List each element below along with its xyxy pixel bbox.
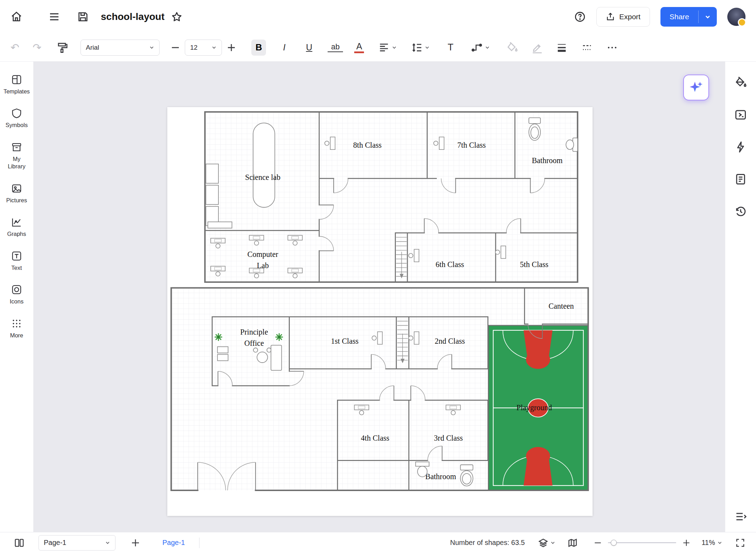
zoom-level-dropdown[interactable]: 11% xyxy=(701,539,722,547)
font-color-button[interactable]: A xyxy=(354,42,364,53)
strikethrough-button[interactable]: ab xyxy=(328,43,343,52)
align-left-icon xyxy=(378,42,390,54)
document-title[interactable]: school-layout xyxy=(101,11,164,22)
layers-button[interactable] xyxy=(538,538,555,548)
chevron-down-icon xyxy=(705,14,711,20)
sidebar-item-text[interactable]: Text xyxy=(0,251,34,272)
room-label-6th-class[interactable]: 6th Class xyxy=(436,260,464,269)
footer-bar: Page-1 Page-1 Number of shapes: 63.5 11% xyxy=(0,532,756,553)
line-spacing-icon xyxy=(411,42,423,54)
animation-icon[interactable] xyxy=(734,141,747,153)
line-dash-style-icon[interactable] xyxy=(581,42,593,54)
document-page[interactable]: Science lab 8th Class 7th Class Bathroom… xyxy=(167,107,593,516)
help-icon[interactable] xyxy=(574,11,586,23)
layers-icon xyxy=(538,538,548,548)
room-label-7th-class[interactable]: 7th Class xyxy=(457,141,486,149)
sidebar-item-graphs[interactable]: Graphs xyxy=(0,217,34,238)
room-label-3rd-class[interactable]: 3rd Class xyxy=(434,434,463,442)
line-weight-icon[interactable] xyxy=(556,42,568,54)
save-icon[interactable] xyxy=(77,11,89,23)
history-icon[interactable] xyxy=(734,205,747,218)
redo-icon[interactable]: ↷ xyxy=(33,42,41,53)
room-label-bathroom-top[interactable]: Bathroom xyxy=(532,156,562,165)
bold-button[interactable]: B xyxy=(251,40,266,56)
sidebar-item-label: Pictures xyxy=(6,197,27,204)
zoom-level-value: 11% xyxy=(701,539,715,547)
sidebar-item-symbols[interactable]: Symbols xyxy=(0,108,34,129)
fullscreen-button[interactable] xyxy=(735,538,746,548)
room-label-4th-class[interactable]: 4th Class xyxy=(361,434,389,442)
page-select-dropdown[interactable]: Page-1 xyxy=(38,535,115,551)
font-family-select[interactable]: Arial xyxy=(80,40,160,56)
font-size-select[interactable]: 12 xyxy=(185,40,222,56)
format-toolbar: ↶ ↷ Arial 12 B I U ab A T xyxy=(0,34,756,62)
export-label: Export xyxy=(619,13,640,21)
room-label-computer-lab-1[interactable]: Computer xyxy=(247,250,279,259)
room-label-8th-class[interactable]: 8th Class xyxy=(353,141,382,149)
text-tool-button[interactable]: T xyxy=(445,43,456,52)
drawing-canvas[interactable]: Science lab 8th Class 7th Class Bathroom… xyxy=(34,62,725,532)
font-size-value: 12 xyxy=(190,44,197,51)
add-page-button[interactable] xyxy=(130,538,141,548)
icons-icon xyxy=(11,284,22,295)
sidebar-item-templates[interactable]: Templates xyxy=(0,74,34,95)
room-label-computer-lab-2[interactable]: Lab xyxy=(257,261,269,270)
sidebar-item-pictures[interactable]: Pictures xyxy=(0,183,34,204)
chevron-down-icon xyxy=(149,45,154,50)
format-painter-icon[interactable] xyxy=(56,42,68,54)
more-icon xyxy=(11,318,22,329)
format-panel-icon[interactable] xyxy=(734,108,747,121)
menu-icon[interactable] xyxy=(48,11,60,23)
font-color-letter: A xyxy=(356,42,362,51)
templates-icon xyxy=(11,74,22,85)
home-icon[interactable] xyxy=(10,11,22,23)
underline-button[interactable]: U xyxy=(303,43,315,52)
chevron-down-icon xyxy=(425,45,430,50)
room-label-1st-class[interactable]: 1st Class xyxy=(331,337,358,345)
undo-icon[interactable]: ↶ xyxy=(10,42,19,53)
outline-panel-icon[interactable] xyxy=(734,510,747,523)
text-align-button[interactable] xyxy=(378,42,397,54)
room-label-canteen[interactable]: Canteen xyxy=(548,302,574,310)
font-size-decrease-icon[interactable] xyxy=(169,42,181,54)
share-button[interactable]: Share xyxy=(660,7,717,27)
connector-icon xyxy=(471,42,483,54)
room-label-bathroom-bottom[interactable]: Bathroom xyxy=(425,472,456,481)
navigator-map-icon[interactable] xyxy=(567,538,578,548)
zoom-in-button[interactable] xyxy=(682,538,691,547)
room-label-playground[interactable]: Playground xyxy=(516,403,552,412)
more-tools-icon[interactable] xyxy=(606,42,618,54)
zoom-slider[interactable] xyxy=(608,542,676,543)
ai-assistant-button[interactable] xyxy=(683,75,709,100)
pictures-icon xyxy=(11,183,22,194)
page-tab-active[interactable]: Page-1 xyxy=(162,539,185,547)
notes-icon[interactable] xyxy=(734,173,747,186)
font-size-increase-icon[interactable] xyxy=(225,42,237,54)
user-avatar[interactable] xyxy=(727,8,746,26)
favorite-star-icon[interactable] xyxy=(171,11,183,23)
line-spacing-button[interactable] xyxy=(411,42,430,54)
app-window: school-layout Export Share ↶ ↷ Arial xyxy=(0,0,756,553)
sidebar-item-my-library[interactable]: My Library xyxy=(0,142,34,170)
export-button[interactable]: Export xyxy=(596,7,650,27)
room-label-science-lab[interactable]: Science lab xyxy=(245,173,280,182)
fill-style-icon[interactable] xyxy=(734,76,747,89)
room-label-principle-1[interactable]: Principle xyxy=(240,328,268,336)
chevron-down-icon xyxy=(717,540,722,545)
connector-style-button[interactable] xyxy=(471,42,490,54)
pages-panel-icon[interactable] xyxy=(14,538,24,548)
zoom-out-button[interactable] xyxy=(593,538,602,547)
share-label[interactable]: Share xyxy=(660,7,698,27)
zoom-slider-knob[interactable] xyxy=(611,540,617,546)
italic-button[interactable]: I xyxy=(279,43,290,52)
room-label-2nd-class[interactable]: 2nd Class xyxy=(435,337,465,345)
line-color-icon[interactable] xyxy=(531,42,543,54)
room-label-5th-class[interactable]: 5th Class xyxy=(520,260,548,269)
room-label-principle-2[interactable]: Office xyxy=(244,339,264,348)
chevron-down-icon xyxy=(485,45,490,50)
sidebar-item-label: Icons xyxy=(10,298,23,305)
share-dropdown-button[interactable] xyxy=(699,7,717,27)
fill-color-icon[interactable] xyxy=(506,42,518,54)
sidebar-item-more[interactable]: More xyxy=(0,318,34,339)
sidebar-item-icons[interactable]: Icons xyxy=(0,284,34,305)
